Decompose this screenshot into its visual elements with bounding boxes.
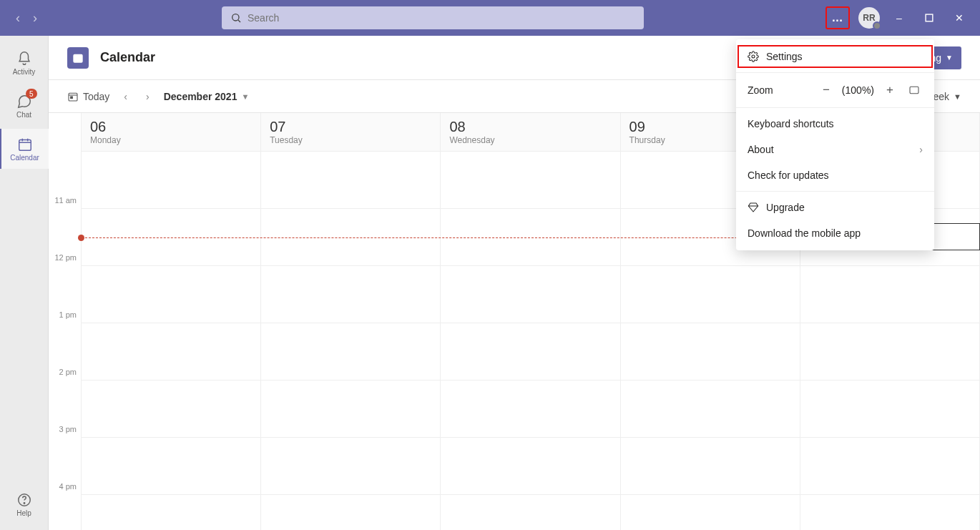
presence-indicator	[873, 21, 881, 30]
forward-button[interactable]: ›	[30, 8, 40, 29]
title-bar: ‹ › … RR – ✕	[0, 0, 980, 36]
fullscreen-button[interactable]	[906, 82, 923, 99]
time-label: 12 pm	[54, 253, 77, 262]
svg-point-0	[232, 14, 239, 21]
rail-chat[interactable]: 5 Chat	[0, 86, 49, 126]
time-label: 11 am	[54, 196, 77, 205]
avatar[interactable]: RR	[858, 7, 880, 29]
fullscreen-icon	[908, 84, 920, 96]
rail-calendar[interactable]: Calendar	[0, 129, 49, 169]
time-label: 1 pm	[59, 310, 77, 319]
menu-zoom-row: Zoom − (100%) +	[736, 76, 934, 104]
svg-rect-2	[926, 14, 933, 21]
zoom-label: Zoom	[748, 84, 810, 96]
menu-settings[interactable]: Settings	[736, 44, 934, 69]
search-icon	[230, 12, 242, 24]
day-header[interactable]: 06Monday	[82, 113, 261, 151]
rail-label: Activity	[13, 68, 36, 76]
menu-download-mobile[interactable]: Download the mobile app	[736, 220, 934, 246]
minimize-button[interactable]: –	[888, 7, 910, 29]
svg-rect-20	[910, 87, 918, 93]
chevron-right-icon: ›	[919, 144, 923, 155]
calendar-icon	[17, 137, 33, 152]
rail-label: Help	[16, 509, 31, 517]
back-button[interactable]: ‹	[13, 8, 23, 29]
svg-line-1	[238, 20, 240, 22]
day-header[interactable]: 08Wednesday	[441, 113, 620, 151]
search-input[interactable]	[248, 12, 635, 24]
calendar-app-icon	[67, 47, 89, 69]
prev-period-button[interactable]: ‹	[119, 91, 132, 102]
search-box[interactable]	[222, 6, 644, 29]
rail-activity[interactable]: Activity	[0, 43, 49, 83]
zoom-percent: (100%)	[842, 84, 874, 96]
zoom-in-button[interactable]: +	[881, 82, 898, 99]
next-period-button[interactable]: ›	[142, 91, 154, 102]
page-title: Calendar	[100, 50, 155, 65]
day-header[interactable]: 07Tuesday	[261, 113, 441, 151]
maximize-icon	[925, 14, 934, 23]
svg-rect-9	[74, 54, 82, 62]
menu-upgrade[interactable]: Upgrade	[736, 195, 934, 220]
time-label: 3 pm	[59, 425, 77, 433]
bell-icon	[16, 51, 32, 67]
zoom-out-button[interactable]: −	[818, 82, 835, 99]
today-button[interactable]: Today	[67, 91, 109, 102]
close-button[interactable]: ✕	[949, 7, 970, 29]
menu-about[interactable]: About ›	[736, 137, 934, 162]
menu-check-updates[interactable]: Check for updates	[736, 162, 934, 188]
app-rail: Activity 5 Chat Calendar Help	[0, 36, 49, 530]
help-icon	[16, 492, 32, 508]
nav-arrows: ‹ ›	[13, 8, 40, 29]
gear-icon	[748, 51, 759, 62]
maximize-button[interactable]	[918, 7, 940, 29]
more-options-button[interactable]: …	[825, 6, 850, 29]
rail-label: Calendar	[10, 154, 39, 162]
menu-shortcuts[interactable]: Keyboard shortcuts	[736, 111, 934, 137]
time-label: 2 pm	[59, 368, 77, 376]
settings-dropdown-menu: Settings Zoom − (100%) + Keyboard shortc…	[736, 39, 934, 250]
svg-point-19	[752, 55, 755, 58]
svg-point-8	[24, 502, 24, 503]
time-label: 4 pm	[59, 482, 77, 491]
svg-rect-3	[19, 139, 31, 150]
svg-rect-12	[69, 93, 77, 101]
today-icon	[67, 91, 79, 102]
month-picker[interactable]: December 2021 ▼	[164, 91, 250, 102]
rail-help[interactable]: Help	[0, 484, 49, 524]
chat-badge: 5	[26, 89, 37, 99]
diamond-icon	[748, 202, 759, 213]
rail-label: Chat	[16, 111, 31, 119]
time-gutter: 11 am 12 pm 1 pm 2 pm 3 pm 4 pm	[49, 113, 82, 530]
svg-rect-14	[71, 97, 73, 99]
